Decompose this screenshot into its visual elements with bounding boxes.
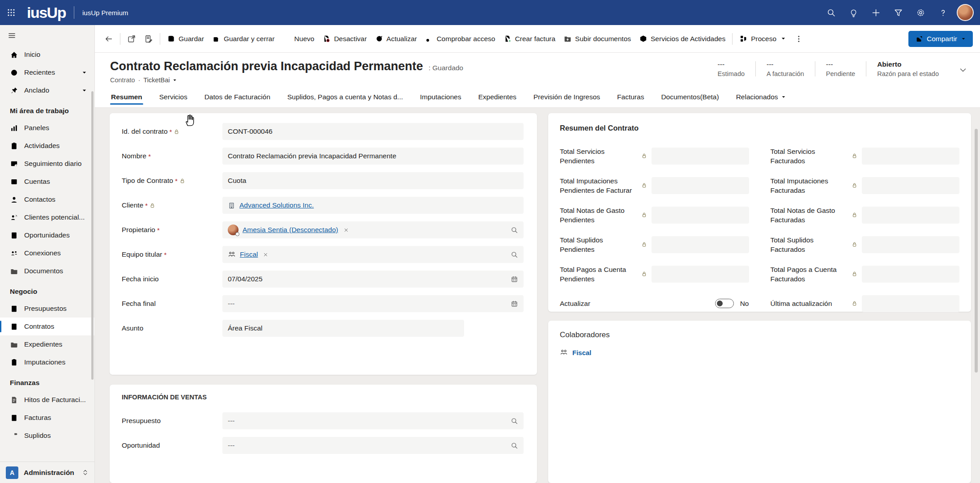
sidebar-item-anclado[interactable]: Anclado: [0, 81, 94, 99]
update-toggle[interactable]: [715, 299, 734, 308]
user-avatar[interactable]: [957, 4, 974, 21]
sidebar-item-seguimiento-diario[interactable]: Seguimiento diario: [0, 155, 94, 173]
refresh-button[interactable]: Actualizar: [371, 30, 421, 48]
lock-icon: [852, 212, 857, 218]
plus-icon: [283, 34, 291, 43]
field-ultima-actualizacion: Última actualización: [771, 291, 960, 316]
sidebar-item-contratos[interactable]: Contratos: [0, 318, 94, 335]
sidebar-item-contactos[interactable]: Contactos: [0, 191, 94, 208]
sidebar-item-oportunidades[interactable]: Oportunidades: [0, 226, 94, 244]
upload-documents-button[interactable]: Subir documentos: [559, 30, 635, 48]
team-lookup[interactable]: Fiscal: [222, 246, 524, 263]
create-invoice-button[interactable]: Crear factura: [499, 30, 559, 48]
offline-presence-icon: [235, 232, 239, 236]
quick-create-icon[interactable]: [865, 0, 887, 25]
collaborator-item[interactable]: Fiscal: [560, 348, 959, 356]
required-asterisk: *: [148, 153, 151, 160]
collaborators-card: Colaboradores Fiscal: [548, 321, 971, 483]
start-date-input[interactable]: 07/04/2025: [222, 271, 524, 288]
lookup-search-icon[interactable]: [511, 442, 518, 449]
sidebar-item-presupuestos[interactable]: Presupuestos: [0, 300, 94, 318]
sidebar-item-inicio[interactable]: Inicio: [0, 46, 94, 64]
share-button[interactable]: Compartir: [908, 31, 973, 47]
save-button[interactable]: Guardar: [163, 30, 208, 48]
settings-gear-icon[interactable]: [909, 0, 932, 25]
lookup-search-icon[interactable]: [511, 417, 518, 425]
main-scrollbar[interactable]: [975, 129, 978, 373]
help-icon[interactable]: [932, 0, 954, 25]
form-switcher-button[interactable]: [140, 30, 157, 48]
hamburger-menu-icon[interactable]: [0, 25, 94, 46]
owner-lookup[interactable]: Amesia Sentia (Desconectado): [222, 221, 524, 238]
daily-tracking-icon: [10, 160, 18, 168]
new-button[interactable]: Nuevo: [279, 30, 319, 48]
search-icon[interactable]: [820, 0, 842, 25]
folder-upload-icon: [563, 34, 572, 43]
readonly-value-box: [652, 236, 749, 253]
sidebar-item-recientes[interactable]: Recientes: [0, 64, 94, 81]
more-commands-button[interactable]: [790, 30, 807, 48]
lookup-search-icon[interactable]: [511, 226, 518, 234]
client-link[interactable]: Advanced Solutions Inc.: [239, 201, 314, 209]
form-selector[interactable]: TicketBai: [143, 76, 177, 84]
sidebar-item-suplidos[interactable]: Suplidos: [0, 427, 94, 445]
name-input[interactable]: Contrato Reclamación previa Incapacidad …: [222, 148, 524, 165]
save-and-close-button[interactable]: Guardar y cerrar: [208, 30, 279, 48]
activity-services-button[interactable]: Servicios de Actividades: [635, 30, 729, 48]
opportunity-lookup[interactable]: ---: [222, 437, 524, 454]
tab-prevision-ingresos[interactable]: Previsión de Ingresos: [533, 89, 601, 107]
open-in-new-window-button[interactable]: [123, 30, 140, 48]
team-link[interactable]: Fiscal: [240, 250, 258, 258]
calendar-icon[interactable]: [511, 275, 518, 283]
tab-relacionados[interactable]: Relacionados: [735, 89, 787, 107]
calendar-icon[interactable]: [511, 300, 518, 308]
sidebar-item-cuentas[interactable]: Cuentas: [0, 173, 94, 191]
budget-lookup[interactable]: ---: [222, 412, 524, 429]
sidebar-item-paneles[interactable]: Paneles: [0, 119, 94, 137]
back-button[interactable]: [100, 30, 117, 48]
tab-documentos-beta[interactable]: Documentos(Beta): [660, 89, 720, 107]
sidebar-item-documentos[interactable]: Documentos: [0, 262, 94, 280]
sidebar-item-clientes-potenciales[interactable]: Clientes potencial...: [0, 208, 94, 226]
sidebar-scrollbar[interactable]: [91, 91, 94, 380]
app-logo[interactable]: iusUp: [27, 4, 66, 21]
tab-imputaciones[interactable]: Imputaciones: [419, 89, 462, 107]
tab-suplidos-pagos[interactable]: Suplidos, Pagos a cuenta y Notas d...: [286, 89, 404, 107]
client-lookup[interactable]: Advanced Solutions Inc.: [222, 197, 524, 214]
tab-facturas[interactable]: Facturas: [616, 89, 645, 107]
subject-input[interactable]: Área Fiscal: [222, 320, 464, 337]
lightbulb-icon[interactable]: [842, 0, 865, 25]
filter-icon[interactable]: [887, 0, 909, 25]
tab-datos-facturacion[interactable]: Datos de Facturación: [204, 89, 271, 107]
lookup-search-icon[interactable]: [511, 251, 518, 258]
sidebar-item-facturas[interactable]: Facturas: [0, 409, 94, 427]
owner-avatar: [228, 225, 239, 235]
check-access-button[interactable]: Comprobar acceso: [421, 30, 499, 48]
sidebar-item-conexiones[interactable]: Conexiones: [0, 244, 94, 262]
sidebar-item-actividades[interactable]: Actividades: [0, 137, 94, 155]
waffle-menu-icon[interactable]: [0, 0, 22, 25]
remove-value-icon[interactable]: [343, 227, 349, 233]
readonly-value-box: [862, 148, 959, 165]
remove-value-icon[interactable]: [263, 252, 268, 258]
collaborator-link[interactable]: Fiscal: [572, 349, 592, 356]
sidebar-item-expedientes[interactable]: Expedientes: [0, 335, 94, 353]
leads-icon: [10, 213, 18, 222]
end-date-input[interactable]: ---: [222, 295, 524, 312]
owner-link[interactable]: Amesia Sentia (Desconectado): [243, 226, 338, 234]
lock-icon: [641, 271, 647, 277]
lock-icon: [852, 301, 857, 306]
lock-icon: [852, 153, 857, 159]
tab-servicios[interactable]: Servicios: [158, 89, 188, 107]
deactivate-button[interactable]: Desactivar: [318, 30, 371, 48]
contract-type-input[interactable]: Cuota: [222, 172, 524, 189]
sidebar-item-hitos-facturacion[interactable]: Hitos de Facturaci...: [0, 391, 94, 409]
contract-id-input[interactable]: CONT-000046: [222, 123, 524, 140]
sidebar-item-imputaciones[interactable]: Imputaciones: [0, 353, 94, 371]
process-button[interactable]: Proceso: [735, 30, 790, 48]
field-contract-type: Tipo de Contrato* Cuota: [122, 172, 524, 189]
tab-expedientes[interactable]: Expedientes: [477, 89, 517, 107]
tab-resumen[interactable]: Resumen: [110, 89, 143, 107]
collapse-header-chevron-icon[interactable]: [959, 66, 967, 75]
area-switcher[interactable]: A Administración: [0, 462, 94, 483]
